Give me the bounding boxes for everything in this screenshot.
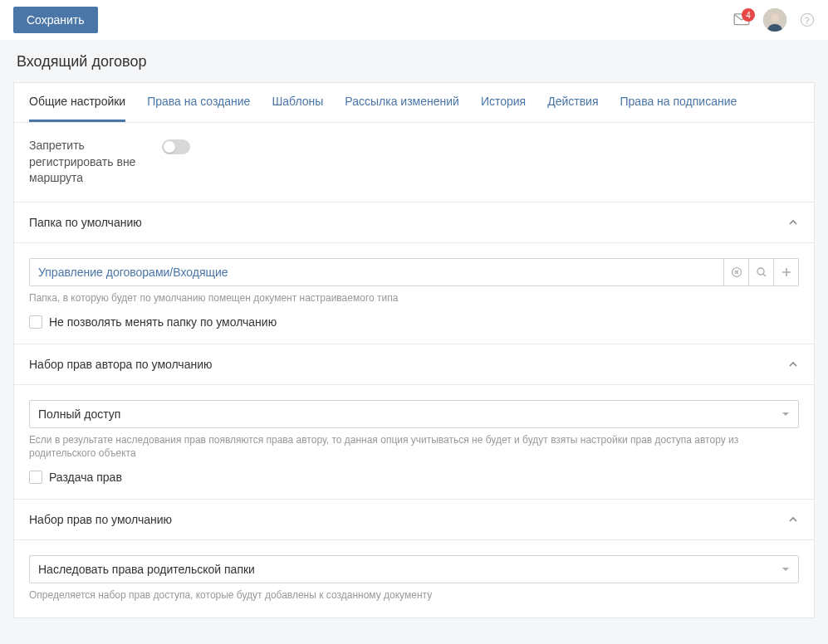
tab-changes[interactable]: Рассылка изменений — [345, 83, 459, 122]
toggle-knob — [164, 141, 175, 153]
caret-down-icon — [781, 410, 790, 418]
chevron-up-icon — [787, 217, 799, 228]
default-rights-select[interactable]: Наследовать права родительской папки — [29, 555, 799, 583]
lock-folder-checkbox[interactable] — [29, 315, 42, 329]
tab-create-rights[interactable]: Права на создание — [147, 83, 250, 122]
default-folder-title: Папка по умолчанию — [29, 216, 142, 229]
chevron-up-icon — [787, 359, 799, 370]
search-icon — [756, 266, 767, 278]
author-rights-hint: Если в результате наследования прав появ… — [29, 433, 799, 461]
tab-history[interactable]: История — [481, 83, 526, 122]
avatar[interactable] — [763, 8, 786, 32]
forbid-register-toggle[interactable] — [162, 139, 190, 154]
default-rights-body: Наследовать права родительской папки Опр… — [14, 540, 814, 617]
tab-general[interactable]: Общие настройки — [29, 83, 125, 122]
author-rights-select[interactable]: Полный доступ — [29, 400, 799, 428]
grant-rights-label: Раздача прав — [49, 471, 122, 484]
grant-rights-checkbox[interactable] — [29, 471, 42, 484]
default-rights-title: Набор прав по умолчанию — [29, 513, 172, 526]
tab-signing-rights[interactable]: Права на подписание — [620, 83, 737, 122]
default-rights-hint: Определяется набор прав доступа, которые… — [29, 588, 799, 603]
svg-point-6 — [757, 268, 764, 275]
author-rights-body: Полный доступ Если в результате наследов… — [14, 385, 814, 500]
svg-point-2 — [771, 13, 779, 22]
author-rights-header[interactable]: Набор прав автора по умолчанию — [14, 344, 814, 385]
search-button[interactable] — [748, 259, 773, 285]
settings-card: Общие настройки Права на создание Шаблон… — [13, 82, 815, 618]
page-title: Входящий договор — [13, 53, 815, 71]
chevron-up-icon — [787, 514, 799, 525]
tab-actions[interactable]: Действия — [547, 83, 598, 122]
avatar-icon — [763, 8, 786, 32]
tab-templates[interactable]: Шаблоны — [272, 83, 323, 122]
save-button[interactable]: Сохранить — [13, 7, 98, 33]
notification-badge: 4 — [742, 8, 755, 22]
svg-point-3 — [801, 13, 813, 26]
plus-icon — [781, 266, 792, 278]
topbar: Сохранить 4 — [0, 0, 828, 40]
default-folder-input[interactable] — [30, 259, 723, 285]
forbid-register-label: Запретить регистрировать вне маршрута — [29, 138, 162, 187]
default-folder-body: Папка, в которую будет по умолчанию поме… — [14, 243, 814, 344]
help-icon[interactable] — [800, 12, 815, 27]
caret-down-icon — [781, 565, 790, 573]
notifications-button[interactable]: 4 — [733, 13, 750, 27]
default-rights-value: Наследовать права родительской папки — [30, 556, 798, 583]
clear-button[interactable] — [723, 259, 748, 285]
forbid-register-section: Запретить регистрировать вне маршрута — [14, 123, 814, 202]
add-button[interactable] — [773, 259, 798, 285]
author-rights-title: Набор прав автора по умолчанию — [29, 358, 212, 371]
clear-icon — [731, 266, 742, 278]
tabs: Общие настройки Права на создание Шаблон… — [14, 83, 814, 123]
default-folder-header[interactable]: Папка по умолчанию — [14, 202, 814, 243]
default-folder-input-group — [29, 258, 799, 286]
default-folder-hint: Папка, в которую будет по умолчанию поме… — [29, 291, 799, 305]
svg-point-4 — [806, 23, 807, 24]
author-rights-value: Полный доступ — [30, 401, 798, 427]
default-rights-header[interactable]: Набор прав по умолчанию — [14, 500, 814, 540]
lock-folder-label: Не позволять менять папку по умолчанию — [49, 315, 277, 329]
